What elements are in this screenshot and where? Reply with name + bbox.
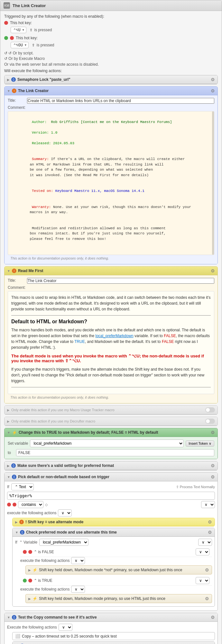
shift-key-indent: ▶ ! ! Shift key = use alternate mode ⚙ ▼	[12, 518, 215, 607]
change-true-block: ▼ ⚡ Change this to TRUE to use Markdown …	[4, 428, 218, 459]
if-label: If	[7, 485, 9, 489]
readme-comment-row: Comment:	[8, 285, 214, 290]
disabled-toggle-2[interactable]	[205, 419, 215, 424]
change-true-gear[interactable]: ⚙	[211, 430, 215, 435]
test-copy-exec-select[interactable]: ∨	[59, 624, 72, 631]
make-sure-expand[interactable]: ▶	[7, 464, 10, 468]
readme-expand[interactable]: ▼	[7, 269, 10, 273]
hotkey-display-2[interactable]: ⌃⌥OU ▼	[11, 42, 29, 48]
shift-key-gear[interactable]: ⚙	[208, 519, 212, 525]
test-copy-header[interactable]: ▼ {} Test the Copy command to see if it'…	[5, 613, 217, 622]
insert-token-btn[interactable]: Insert Token ∨	[186, 440, 214, 447]
title-row: Title:	[8, 98, 214, 104]
shift-key-header[interactable]: ▶ ! ! Shift key = use alternate mode ⚙	[13, 518, 215, 526]
hotkey-row-1b: ⌃⌥U ▼ ⇧ is pressed	[11, 27, 218, 33]
is-pressed-2: is pressed	[37, 43, 54, 47]
exec-select-false[interactable]: ∨	[71, 557, 85, 564]
contains-select2[interactable]: ∨	[201, 501, 215, 508]
readme-divider1	[11, 315, 211, 316]
exec-select-true[interactable]: ∨	[71, 586, 85, 593]
check-preferred-block: ▼ {} Check preferred mode and use altern…	[12, 528, 215, 607]
code-scrollbar[interactable]	[212, 111, 214, 255]
contains-select[interactable]: contains	[18, 501, 43, 508]
readme-title-label: Title:	[8, 278, 27, 283]
copy-action-label: Copy – action timeout set to 0.25 second…	[22, 634, 117, 639]
exec-label-true: execute the following actions	[20, 587, 69, 592]
make-sure-gear[interactable]: ⚙	[211, 463, 215, 468]
make-sure-block: ▶ {} Make sure there's a valid setting f…	[4, 461, 218, 470]
set-var-row: Set variable local_preferMarkdown Insert…	[8, 440, 214, 447]
contains-row: contains ◇ ∨	[7, 501, 215, 508]
readme-body: Title: Comment: This macro is used to wr…	[5, 275, 217, 403]
link-creator-header[interactable]: ▼ ! The Link Creator ⚙	[5, 87, 217, 95]
test-copy-icon: {}	[12, 615, 16, 620]
shift-key-expand[interactable]: ▶	[15, 520, 18, 524]
shift-true-gear[interactable]: ⚙	[205, 596, 209, 601]
test-copy-expand[interactable]: ▼	[7, 616, 10, 619]
shift-true-expand[interactable]: ▶	[28, 597, 31, 601]
trigger-input[interactable]	[7, 492, 215, 500]
if-type-select[interactable]: ⌃ Text	[11, 483, 34, 490]
hotkey-row-2: This hot key:	[4, 36, 218, 40]
shift-action-true-indent: ▶ ⚡ Shift key held down, Markdown mode p…	[25, 594, 212, 603]
trigger-section: Triggered by any of the following (when …	[4, 14, 218, 67]
hotkey-dropdown-2[interactable]: ▼	[24, 43, 27, 47]
pick-default-expand[interactable]: ▼	[7, 475, 10, 479]
code-tested: Keyboard Maestro 11.x, macOS Sonoma 14.4…	[53, 189, 144, 193]
test-copy-left: ▼ {} Test the Copy command to see if it'…	[7, 615, 97, 620]
link-creator-note: This action is for documentation purpose…	[8, 255, 214, 261]
readme-header-left: ▼ ! Read Me First	[7, 269, 43, 273]
readme-gear[interactable]: ⚙	[211, 268, 215, 273]
variable-select[interactable]: local_preferMarkdown	[30, 440, 184, 447]
disabled-toggle-1[interactable]	[205, 407, 215, 412]
test-copy-block: ▼ {} Test the Copy command to see if it'…	[4, 613, 218, 644]
if-var-select[interactable]: local_preferMarkdown	[39, 539, 88, 546]
disabled-header-1[interactable]: ▶ Only enable this action if you use my …	[5, 406, 217, 414]
semaphore-title: Semaphore Lock "paste_url"	[17, 77, 70, 82]
pick-default-header[interactable]: ▼ {} Pick default or non-default mode ba…	[5, 473, 217, 481]
semaphore-expand[interactable]: ▶	[7, 78, 10, 81]
or-by-execute: ↺ Or by Execute Macro	[4, 56, 218, 61]
false-text-2: FALSE	[162, 339, 174, 344]
readme-header[interactable]: ▼ ! Read Me First ⚙	[5, 267, 217, 275]
change-true-header[interactable]: ▼ ⚡ Change this to TRUE to use Markdown …	[5, 428, 217, 437]
shift-false-gear[interactable]: ⚙	[205, 567, 209, 573]
link-creator-gear[interactable]: ⚙	[211, 88, 215, 93]
make-sure-header[interactable]: ▶ {} Make sure there's a valid setting f…	[5, 461, 217, 470]
disabled-expand-2[interactable]: ▶	[7, 420, 10, 423]
if-var-select2[interactable]: ∨	[198, 539, 212, 546]
pick-default-gear[interactable]: ⚙	[211, 474, 215, 479]
disabled-header-2[interactable]: ▶ Only enable this action if you use my …	[5, 417, 217, 426]
true-text: TRUE	[74, 339, 85, 344]
shift-action-false: ▶ ⚡ Shift key held down, Markdown mode *…	[25, 565, 212, 574]
or-script-toggle[interactable]: ↺	[4, 51, 7, 55]
semaphore-gear[interactable]: ⚙	[211, 77, 215, 82]
check-preferred-header[interactable]: ▼ {} Check preferred mode and use altern…	[13, 528, 215, 537]
to-value[interactable]: FALSE	[16, 449, 214, 456]
semaphore-header[interactable]: ▶ {} Semaphore Lock "paste_url" ⚙	[5, 75, 217, 84]
title-input[interactable]	[27, 98, 214, 104]
false-text-1: FALSE	[164, 334, 176, 338]
local-prefer-link[interactable]: local_preferMarkdown	[96, 334, 134, 338]
change-true-expand[interactable]: ▼	[7, 431, 10, 434]
hotkey-display-1[interactable]: ⌃⌥U ▼	[11, 27, 26, 33]
or-by-script: ↺ ↺ Or by script.	[4, 51, 218, 55]
readme-title-input[interactable]	[27, 278, 214, 284]
test-copy-body: Execute the following actions ∨ ⬜ Copy –…	[5, 622, 217, 644]
code-tested-label: Tested on:	[32, 189, 53, 193]
semaphore-header-left: ▶ {} Semaphore Lock "paste_url"	[7, 77, 70, 82]
is-true-select[interactable]: ∨	[196, 577, 209, 584]
titlebar: KM The Link Creator	[0, 0, 222, 11]
exec-select[interactable]: ∨	[58, 509, 72, 516]
code-summary-label: Summary:	[32, 157, 49, 161]
check-preferred-gear[interactable]: ⚙	[208, 530, 212, 535]
ok-header[interactable]: ▼ {} If we get "OK" back, Copy is active…	[13, 642, 215, 644]
hotkey-dropdown-1[interactable]: ▼	[22, 28, 25, 32]
shift-false-expand[interactable]: ▶	[28, 568, 31, 572]
test-copy-gear[interactable]: ⚙	[211, 615, 215, 620]
or-execute-toggle[interactable]: ↺	[4, 56, 7, 61]
is-false-select[interactable]: ∨	[196, 548, 209, 555]
link-creator-expand[interactable]: ▼	[7, 89, 10, 93]
disabled-expand-1[interactable]: ▶	[7, 408, 10, 412]
check-preferred-expand[interactable]: ▼	[15, 531, 18, 534]
